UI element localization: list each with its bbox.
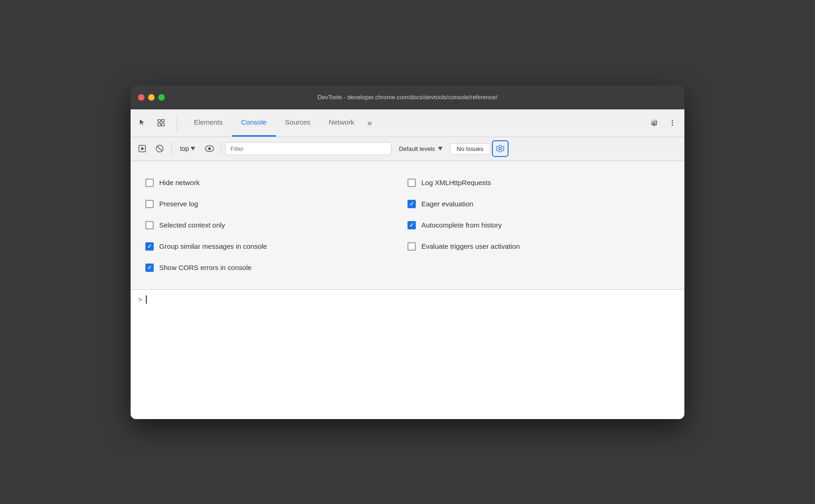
checkbox-preserve-log[interactable]	[145, 200, 154, 208]
dropdown-arrow-icon	[191, 147, 195, 150]
checkbox-evaluate-triggers[interactable]	[408, 242, 416, 251]
minimize-button[interactable]	[148, 94, 155, 101]
run-script-button[interactable]	[134, 141, 150, 156]
svg-point-4	[672, 120, 673, 121]
tab-bar: Elements Console Sources Network »	[131, 109, 684, 137]
close-button[interactable]	[138, 94, 144, 101]
setting-preserve-log: Preserve log	[145, 193, 408, 215]
setting-selected-context-only: Selected context only	[145, 215, 408, 236]
setting-autocomplete-history: Autocomplete from history	[408, 215, 670, 236]
settings-gear-active-icon	[496, 144, 504, 153]
svg-line-10	[157, 146, 162, 151]
svg-rect-2	[158, 123, 161, 126]
setting-log-xmlhttp: Log XMLHttpRequests	[408, 172, 670, 193]
filter-input[interactable]	[225, 142, 391, 155]
inspect-icon-button[interactable]	[153, 114, 169, 131]
console-cursor	[146, 295, 147, 304]
toolbar-divider-2	[221, 142, 222, 155]
eye-icon	[205, 145, 214, 152]
console-prompt: >	[138, 296, 142, 304]
tab-network[interactable]: Network	[320, 109, 364, 137]
checkbox-autocomplete-history[interactable]	[408, 221, 416, 229]
cursor-icon-button[interactable]	[134, 114, 151, 131]
checkbox-group-similar-messages[interactable]	[145, 242, 154, 251]
traffic-lights	[138, 94, 165, 101]
setting-group-similar-messages: Group similar messages in console	[145, 236, 408, 257]
gear-icon	[650, 119, 658, 127]
tab-sources[interactable]: Sources	[276, 109, 320, 137]
svg-rect-1	[162, 120, 164, 122]
checkbox-eager-evaluation[interactable]	[408, 200, 416, 208]
tabs: Elements Console Sources Network »	[185, 109, 646, 137]
settings-button[interactable]	[646, 114, 662, 131]
levels-dropdown-icon	[438, 147, 443, 150]
svg-marker-8	[141, 147, 144, 150]
setting-hide-network: Hide network	[145, 172, 408, 193]
checkbox-log-xmlhttp[interactable]	[408, 179, 416, 187]
console-toolbar: top Default levels No Issues	[131, 137, 684, 161]
maximize-button[interactable]	[158, 94, 165, 101]
context-selector[interactable]: top	[175, 143, 200, 154]
svg-point-5	[672, 122, 673, 124]
checkbox-show-cors-errors[interactable]	[145, 264, 154, 272]
settings-left-column: Hide network Preserve log Selected conte…	[145, 172, 408, 278]
settings-grid: Hide network Preserve log Selected conte…	[145, 172, 670, 278]
clear-console-button[interactable]	[152, 141, 168, 156]
settings-right-column: Log XMLHttpRequests Eager evaluation Aut…	[408, 172, 670, 278]
svg-marker-11	[191, 147, 195, 150]
tab-elements[interactable]: Elements	[185, 109, 232, 137]
console-settings-button[interactable]	[492, 140, 509, 157]
tab-icons	[134, 114, 177, 131]
tab-bar-right	[646, 114, 681, 131]
setting-show-cors-errors: Show CORS errors in console	[145, 257, 408, 278]
no-issues-button[interactable]: No Issues	[450, 143, 491, 155]
eye-button[interactable]	[202, 141, 217, 156]
checkbox-hide-network[interactable]	[145, 179, 154, 187]
window-title: DevTools - developer.chrome.com/docs/dev…	[318, 94, 497, 101]
settings-panel: Hide network Preserve log Selected conte…	[131, 161, 684, 290]
more-tabs-button[interactable]: »	[364, 118, 376, 128]
cursor-icon	[138, 119, 147, 127]
toolbar-divider-1	[171, 142, 172, 155]
devtools-window: DevTools - developer.chrome.com/docs/dev…	[131, 85, 684, 419]
tab-console[interactable]: Console	[232, 109, 276, 137]
svg-rect-0	[158, 120, 161, 122]
more-options-button[interactable]	[664, 114, 681, 131]
svg-point-13	[208, 147, 211, 150]
console-area[interactable]: >	[131, 290, 684, 419]
svg-marker-14	[438, 147, 443, 150]
play-icon	[138, 144, 146, 153]
svg-point-6	[672, 125, 673, 126]
titlebar: DevTools - developer.chrome.com/docs/dev…	[131, 85, 684, 109]
setting-evaluate-triggers: Evaluate triggers user activation	[408, 236, 670, 257]
ban-icon	[155, 144, 164, 153]
checkbox-selected-context-only[interactable]	[145, 221, 154, 229]
setting-eager-evaluation: Eager evaluation	[408, 193, 670, 215]
default-levels-button[interactable]: Default levels	[393, 144, 448, 154]
inspect-icon	[157, 119, 165, 127]
kebab-menu-icon	[668, 119, 677, 127]
svg-rect-3	[162, 123, 164, 126]
devtools-body: Elements Console Sources Network »	[131, 109, 684, 419]
